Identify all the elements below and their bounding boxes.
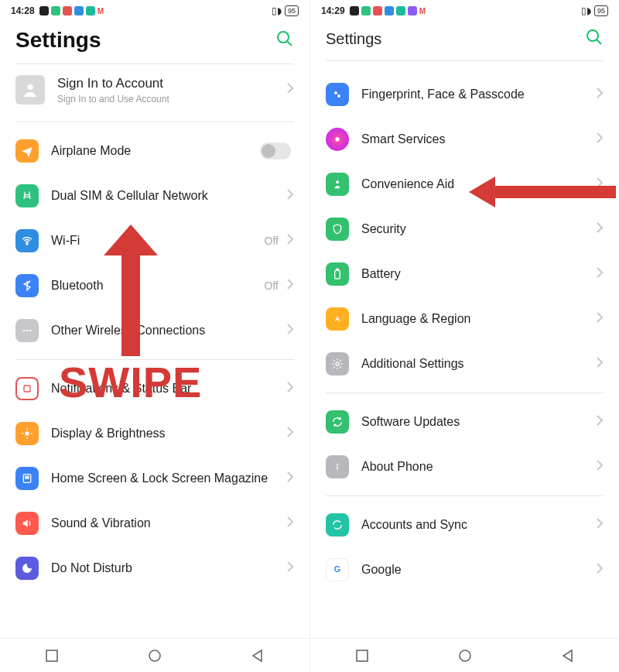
accounts-sync-row[interactable]: Accounts and Sync	[310, 502, 619, 547]
chevron-right-icon	[596, 517, 604, 533]
wifi-row[interactable]: Wi-Fi Off	[0, 218, 310, 263]
fingerprint-row[interactable]: Fingerprint, Face & Passcode	[310, 72, 619, 117]
svg-point-8	[25, 431, 29, 435]
svg-rect-32	[357, 650, 368, 661]
fingerprint-icon	[326, 83, 349, 106]
convenience-icon	[326, 173, 349, 196]
airplane-toggle[interactable]	[260, 142, 291, 159]
settings-header: Settings	[0, 22, 310, 63]
dnd-row[interactable]: Do Not Disturb	[0, 546, 310, 591]
svg-line-1	[287, 41, 292, 46]
avatar-icon	[15, 75, 45, 105]
recents-button[interactable]	[355, 649, 369, 663]
about-phone-row[interactable]: About Phone	[310, 444, 619, 489]
bluetooth-row[interactable]: Bluetooth Off	[0, 263, 310, 308]
sign-in-row[interactable]: Sign In to Account Sign In to and Use Ac…	[0, 64, 310, 115]
wifi-value: Off	[265, 235, 279, 247]
svg-rect-7	[24, 386, 30, 392]
status-icons-left: M	[39, 6, 104, 15]
svg-rect-14	[25, 476, 29, 479]
page-title: Settings	[326, 30, 585, 48]
chevron-right-icon	[596, 177, 604, 192]
phone-left: 14:28 M ▯◗ 95 Settings	[0, 0, 310, 672]
airplane-icon	[15, 139, 39, 163]
svg-point-28	[336, 362, 339, 365]
language-row[interactable]: A Language & Region	[310, 297, 619, 341]
status-icons-right: ▯◗ 95	[272, 5, 299, 16]
notifications-icon	[15, 377, 39, 400]
status-app-icon	[396, 6, 405, 15]
chevron-right-icon	[596, 221, 604, 237]
search-button[interactable]	[275, 29, 294, 51]
brightness-icon	[15, 422, 39, 445]
search-icon	[585, 28, 604, 46]
back-button[interactable]	[251, 649, 265, 663]
status-app-icon	[373, 6, 382, 15]
android-navbar	[310, 638, 619, 672]
svg-text:A: A	[335, 315, 340, 323]
home-screen-row[interactable]: Home Screen & Lock Screen Magazine	[0, 456, 310, 501]
home-button[interactable]	[458, 649, 472, 663]
status-bar: 14:29 M ▯◗ 95	[310, 0, 619, 22]
info-icon	[326, 455, 349, 478]
svg-point-5	[26, 330, 29, 332]
vibrate-icon: ▯◗	[581, 5, 591, 16]
bluetooth-value: Off	[265, 279, 279, 292]
status-app-icon	[385, 6, 394, 15]
sign-in-subtitle: Sign In to and Use Account	[57, 94, 286, 105]
additional-settings-row[interactable]: Additional Settings	[310, 341, 619, 386]
airplane-mode-row[interactable]: Airplane Mode	[0, 129, 310, 173]
more-icon	[15, 319, 39, 342]
smart-services-icon	[326, 128, 349, 151]
svg-line-20	[597, 39, 601, 44]
gmail-icon: M	[419, 6, 426, 15]
status-app-icon	[63, 6, 72, 15]
gear-icon	[326, 352, 349, 375]
update-icon	[326, 410, 349, 434]
chevron-right-icon	[596, 562, 604, 578]
display-row[interactable]: Display & Brightness	[0, 411, 310, 456]
status-app-icon	[74, 6, 84, 15]
svg-point-0	[278, 32, 289, 43]
svg-marker-17	[253, 650, 262, 661]
security-row[interactable]: Security	[310, 207, 619, 252]
sound-row[interactable]: Sound & Vibration	[0, 501, 310, 546]
back-button[interactable]	[561, 649, 575, 663]
chevron-right-icon	[286, 188, 294, 204]
svg-rect-26	[337, 269, 339, 270]
home-button[interactable]	[148, 649, 162, 663]
chevron-right-icon	[286, 426, 294, 441]
settings-list[interactable]: Sign In to Account Sign In to and Use Ac…	[0, 63, 310, 638]
svg-point-2	[27, 84, 32, 90]
chevron-right-icon	[286, 381, 294, 396]
other-wireless-row[interactable]: Other Wireless Connections	[0, 308, 310, 353]
settings-list[interactable]: Fingerprint, Face & Passcode Smart Servi…	[310, 60, 619, 638]
chevron-right-icon	[596, 414, 604, 430]
google-icon: G	[326, 558, 349, 581]
status-bar: 14:28 M ▯◗ 95	[0, 0, 310, 22]
smart-services-row[interactable]: Smart Services	[310, 117, 619, 162]
dual-sim-row[interactable]: Dual SIM & Cellular Network	[0, 173, 310, 218]
svg-point-23	[335, 137, 339, 141]
recents-button[interactable]	[45, 649, 59, 663]
svg-rect-30	[337, 466, 337, 470]
software-updates-row[interactable]: Software Updates	[310, 399, 619, 444]
status-app-icon	[408, 6, 417, 15]
notifications-row[interactable]: Notifications & Status Bar	[0, 366, 310, 411]
chevron-right-icon	[286, 82, 294, 98]
status-app-icon	[361, 6, 371, 15]
settings-header: Settings	[310, 22, 619, 60]
status-time: 14:29	[321, 5, 345, 16]
phone-right: 14:29 M ▯◗ 95 Settings	[310, 0, 619, 672]
search-button[interactable]	[585, 28, 604, 50]
chevron-right-icon	[596, 459, 604, 475]
svg-point-22	[337, 94, 340, 98]
status-time: 14:28	[11, 5, 35, 16]
battery-row[interactable]: Battery	[310, 252, 619, 297]
dnd-icon	[15, 557, 39, 580]
search-icon	[275, 29, 294, 48]
gmail-icon: M	[97, 6, 104, 15]
google-row[interactable]: G Google	[310, 547, 619, 592]
android-navbar	[0, 638, 310, 672]
convenience-aid-row[interactable]: Convenience Aid	[310, 162, 619, 207]
